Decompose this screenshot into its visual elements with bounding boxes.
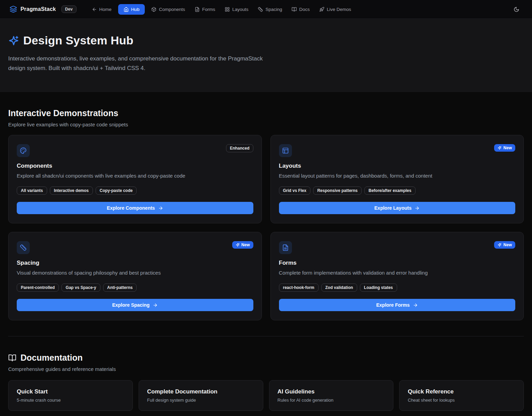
arrow-right-icon bbox=[415, 206, 420, 211]
doc-card-title: Quick Reference bbox=[408, 388, 515, 395]
sparkles-icon bbox=[498, 243, 502, 247]
tag-row: react-hook-form Zod validation Loading s… bbox=[279, 283, 516, 292]
nav-item-spacing[interactable]: Spacing bbox=[255, 4, 285, 15]
layout-grid-icon bbox=[225, 7, 230, 12]
card-description: Visual demonstrations of spacing philoso… bbox=[17, 269, 253, 277]
env-badge: Dev bbox=[61, 5, 76, 13]
badge-label: New bbox=[503, 242, 512, 247]
box-icon bbox=[151, 7, 156, 12]
demo-card-layouts[interactable]: New Layouts Essential layout patterns fo… bbox=[270, 135, 524, 223]
doc-card-title: Quick Start bbox=[17, 388, 124, 395]
page-title: Design System Hub bbox=[23, 34, 134, 47]
nav-item-label: Home bbox=[99, 7, 112, 12]
new-badge: New bbox=[494, 241, 515, 249]
cta-label: Explore Layouts bbox=[374, 205, 411, 211]
explore-layouts-button[interactable]: Explore Layouts bbox=[279, 202, 516, 214]
doc-card-title: Complete Documentation bbox=[147, 388, 255, 395]
doc-card-subtitle: 5-minute crash course bbox=[17, 398, 124, 403]
tag: react-hook-form bbox=[279, 283, 319, 292]
docs-subheading: Comprehensive guides and reference mater… bbox=[8, 366, 524, 372]
doc-card-title: AI Guidelines bbox=[278, 388, 385, 395]
nav-item-live-demos[interactable]: Live Demos bbox=[316, 4, 354, 15]
nav-item-label: Layouts bbox=[232, 7, 248, 12]
doc-card-quick-reference[interactable]: Quick Reference Cheat sheet for lookups bbox=[399, 380, 524, 411]
explore-components-button[interactable]: Explore Components bbox=[17, 202, 253, 214]
brand-name: PragmaStack bbox=[20, 6, 56, 12]
tag: Copy-paste code bbox=[96, 186, 137, 195]
nav-item-layouts[interactable]: Layouts bbox=[222, 4, 251, 15]
card-title: Spacing bbox=[17, 260, 253, 266]
badge-label: New bbox=[241, 242, 250, 247]
demos-section-header: Interactive Demonstrations Explore live … bbox=[8, 92, 524, 127]
layout-icon-tile bbox=[279, 144, 292, 157]
nav-item-label: Forms bbox=[202, 7, 215, 12]
nav-item-label: Components bbox=[159, 7, 185, 12]
sparkles-icon bbox=[236, 243, 240, 247]
arrow-right-icon bbox=[413, 303, 418, 308]
doc-card-subtitle: Cheat sheet for lookups bbox=[408, 398, 515, 403]
doc-card-quick-start[interactable]: Quick Start 5-minute crash course bbox=[8, 380, 133, 411]
home-icon bbox=[124, 7, 129, 12]
tag: Loading states bbox=[360, 283, 397, 292]
demo-card-grid: Enhanced Components Explore all shadcn/u… bbox=[8, 135, 524, 320]
docs-heading-label: Documentation bbox=[20, 353, 83, 363]
nav-item-label: Spacing bbox=[265, 7, 282, 12]
tag: Before/after examples bbox=[364, 186, 415, 195]
nav-item-components[interactable]: Components bbox=[148, 4, 188, 15]
nav-item-docs[interactable]: Docs bbox=[289, 4, 313, 15]
ruler-icon bbox=[258, 7, 263, 12]
palette-icon-tile bbox=[17, 144, 30, 157]
doc-card-subtitle: Full design system guide bbox=[147, 398, 255, 403]
brand[interactable]: PragmaStack Dev bbox=[10, 5, 76, 13]
page-subtitle: Interactive demonstrations, live example… bbox=[8, 54, 268, 73]
card-description: Explore all shadcn/ui components with li… bbox=[17, 172, 253, 180]
sparkles-icon bbox=[8, 35, 19, 46]
nav-right bbox=[510, 3, 522, 15]
arrow-right-icon bbox=[153, 303, 158, 308]
demo-card-spacing[interactable]: New Spacing Visual demonstrations of spa… bbox=[8, 232, 262, 320]
arrow-left-icon bbox=[92, 7, 97, 12]
doc-card-ai-guidelines[interactable]: AI Guidelines Rules for AI code generati… bbox=[269, 380, 394, 411]
theme-toggle-button[interactable] bbox=[510, 3, 522, 15]
docs-heading: Documentation bbox=[8, 353, 524, 363]
doc-card-grid: Quick Start 5-minute crash course Comple… bbox=[8, 380, 524, 411]
ruler-icon-tile bbox=[17, 241, 30, 254]
demo-card-forms[interactable]: New Forms Complete form implementations … bbox=[270, 232, 524, 320]
tag-row: Grid vs Flex Responsive patterns Before/… bbox=[279, 186, 516, 195]
card-title: Components bbox=[17, 163, 253, 169]
book-open-icon bbox=[292, 7, 297, 12]
tag: Gap vs Space-y bbox=[61, 283, 100, 292]
docs-section-header: Documentation Comprehensive guides and r… bbox=[8, 336, 524, 372]
enhanced-badge: Enhanced bbox=[226, 144, 253, 152]
new-badge: New bbox=[232, 241, 253, 249]
cta-label: Explore Spacing bbox=[112, 302, 150, 308]
demos-subheading: Explore live examples with copy-paste co… bbox=[8, 122, 524, 127]
nav-item-home[interactable]: Home bbox=[89, 4, 115, 15]
new-badge: New bbox=[494, 144, 515, 152]
tag-row: Parent-controlled Gap vs Space-y Anti-pa… bbox=[17, 283, 253, 292]
card-title: Forms bbox=[279, 260, 516, 266]
tag: Interactive demos bbox=[50, 186, 93, 195]
hero-section: Design System Hub Interactive demonstrat… bbox=[0, 19, 532, 92]
tag-row: All variants Interactive demos Copy-past… bbox=[17, 186, 253, 195]
layout-icon bbox=[282, 147, 289, 154]
file-text-icon bbox=[195, 7, 200, 12]
tag: Zod validation bbox=[321, 283, 357, 292]
nav-item-forms[interactable]: Forms bbox=[192, 4, 218, 15]
file-text-icon bbox=[282, 244, 289, 251]
demo-card-components[interactable]: Enhanced Components Explore all shadcn/u… bbox=[8, 135, 262, 223]
card-description: Complete form implementations with valid… bbox=[279, 269, 516, 277]
explore-forms-button[interactable]: Explore Forms bbox=[279, 299, 516, 311]
rocket-icon bbox=[319, 7, 324, 12]
doc-card-subtitle: Rules for AI code generation bbox=[278, 398, 385, 403]
explore-spacing-button[interactable]: Explore Spacing bbox=[17, 299, 253, 311]
demos-heading: Interactive Demonstrations bbox=[8, 108, 524, 118]
sparkles-icon bbox=[498, 146, 502, 150]
card-title: Layouts bbox=[279, 163, 516, 169]
doc-card-complete-documentation[interactable]: Complete Documentation Full design syste… bbox=[139, 380, 263, 411]
tag: All variants bbox=[17, 186, 47, 195]
nav-item-label: Live Demos bbox=[327, 7, 351, 12]
tag: Anti-patterns bbox=[103, 283, 137, 292]
nav-item-hub[interactable]: Hub bbox=[118, 4, 145, 15]
file-text-icon-tile bbox=[279, 241, 292, 254]
